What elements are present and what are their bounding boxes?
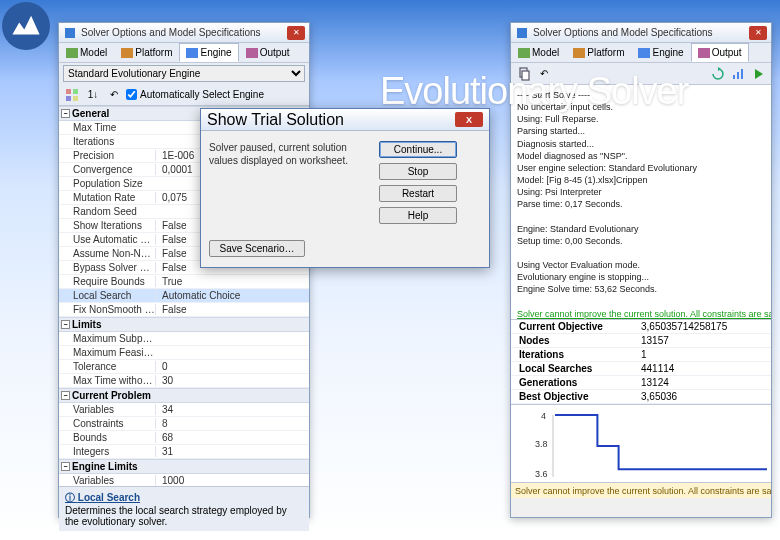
property-value[interactable]: 31 [155,446,309,457]
stat-label: Iterations [511,349,641,360]
tab-platform-label: Platform [135,47,172,58]
undo-icon[interactable]: ↶ [105,86,123,104]
property-description: ⓘ Local Search Determines the local sear… [59,486,309,531]
objective-chart: 4 3.8 3.6 [511,404,771,482]
property-value[interactable]: 0 [155,361,309,372]
property-value[interactable]: 30 [155,375,309,386]
property-label: Convergence [59,164,155,175]
property-row[interactable]: Variables1000 [59,474,309,486]
property-value[interactable]: 8 [155,418,309,429]
auto-select-engine-input[interactable] [126,89,137,100]
window-icon [63,26,77,40]
tab-engine[interactable]: Engine [179,43,238,62]
dialog-title: Show Trial Solution [207,111,344,129]
restart-button[interactable]: Restart [379,185,457,202]
play-icon[interactable] [749,65,767,83]
property-label: Fix NonSmooth Variables [59,304,155,315]
stop-button[interactable]: Stop [379,163,457,180]
property-row[interactable]: Require BoundsTrue [59,275,309,289]
property-value[interactable]: False [155,304,309,315]
tab-model[interactable]: Model [511,43,566,62]
tabs: Model Platform Engine Output [59,43,309,63]
property-label: Use Automatic Scaling [59,234,155,245]
section-engine-limits[interactable]: −Engine Limits [59,459,309,474]
property-row[interactable]: Maximum Feasible Sol… [59,346,309,360]
window-title: Solver Options and Model Specifications [533,27,749,38]
chart-icon[interactable] [729,65,747,83]
auto-select-engine-label: Automatically Select Engine [140,89,264,100]
collapse-icon[interactable]: − [61,391,70,400]
property-label: Population Size [59,178,155,189]
property-value[interactable]: 1000 [155,475,309,486]
property-label: Max Time without Imp… [59,375,155,386]
tab-platform[interactable]: Platform [114,43,179,62]
platform-icon [121,48,133,58]
svg-rect-18 [741,69,743,79]
svg-rect-13 [698,48,710,58]
property-value[interactable]: 68 [155,432,309,443]
property-row[interactable]: Constraints8 [59,417,309,431]
model-icon [66,48,78,58]
property-row[interactable]: Bounds68 [59,431,309,445]
property-label: Maximum Feasible Sol… [59,347,155,358]
svg-rect-4 [246,48,258,58]
property-label: Mutation Rate [59,192,155,203]
property-value[interactable]: True [155,276,309,287]
continue-button[interactable]: Continue... [379,141,457,158]
property-label: Precision [59,150,155,161]
sort-icon[interactable]: 1↓ [84,86,102,104]
stat-value: 13124 [641,377,771,388]
property-row[interactable]: Tolerance0 [59,360,309,374]
tab-platform[interactable]: Platform [566,43,631,62]
slide-title: Evolutionary Solver [380,70,688,113]
section-current-problem[interactable]: −Current Problem [59,388,309,403]
stat-label: Current Objective [511,321,641,332]
refresh-icon[interactable] [709,65,727,83]
dialog-titlebar: Show Trial Solution X [201,109,489,131]
svg-rect-12 [638,48,650,58]
window-title: Solver Options and Model Specifications [81,27,287,38]
collapse-icon[interactable]: − [61,320,70,329]
output-icon [246,48,258,58]
property-row[interactable]: Integers31 [59,445,309,459]
svg-rect-8 [73,96,78,101]
svg-rect-5 [66,89,71,94]
property-label: Bypass Solver Reports [59,262,155,273]
collapse-icon[interactable]: − [61,109,70,118]
tab-output[interactable]: Output [239,43,297,62]
categorize-icon[interactable] [63,86,81,104]
property-label: Variables [59,475,155,486]
auto-select-engine-checkbox[interactable]: Automatically Select Engine [126,89,264,100]
tabs: Model Platform Engine Output [511,43,771,63]
property-row[interactable]: Fix NonSmooth VariablesFalse [59,303,309,317]
property-label: Constraints [59,418,155,429]
property-value[interactable]: Automatic Choice [155,290,309,301]
property-row[interactable]: Maximum Subproblems [59,332,309,346]
dialog-close-icon[interactable]: X [455,112,483,127]
tab-model[interactable]: Model [59,43,114,62]
output-stats: Current Objective3,65035714258175Nodes13… [511,319,771,404]
property-row[interactable]: Variables34 [59,403,309,417]
tab-output[interactable]: Output [691,43,749,62]
close-icon[interactable]: ✕ [749,26,767,40]
tab-engine[interactable]: Engine [631,43,690,62]
section-limits[interactable]: −Limits [59,317,309,332]
svg-rect-2 [121,48,133,58]
show-trial-solution-dialog: Show Trial Solution X Solver paused, cur… [200,108,490,268]
help-button[interactable]: Help [379,207,457,224]
titlebar: Solver Options and Model Specifications … [59,23,309,43]
property-row[interactable]: Max Time without Imp…30 [59,374,309,388]
collapse-icon[interactable]: − [61,462,70,471]
property-row[interactable]: Local SearchAutomatic Choice [59,289,309,303]
stat-value: 3,65035714258175 [641,321,771,332]
stat-row: Iterations1 [511,348,771,362]
svg-text:3.6: 3.6 [535,469,548,479]
stat-row: Local Searches441114 [511,362,771,376]
save-scenario-button[interactable]: Save Scenario… [209,240,305,257]
close-icon[interactable]: ✕ [287,26,305,40]
stat-row: Best Objective3,65036 [511,390,771,404]
property-value[interactable]: 34 [155,404,309,415]
engine-select[interactable]: Standard Evolutionary Engine [63,65,305,82]
stat-label: Nodes [511,335,641,346]
svg-text:4: 4 [541,411,546,421]
